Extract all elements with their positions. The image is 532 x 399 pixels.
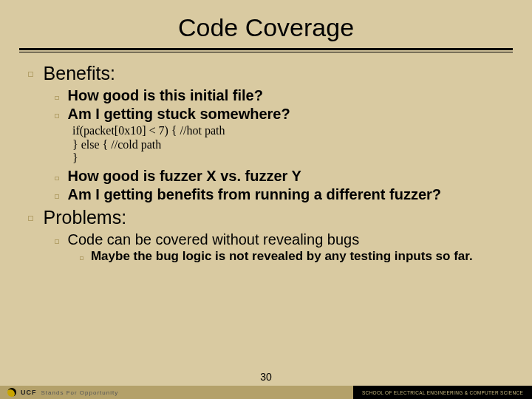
section-heading: Benefits: [44, 63, 115, 84]
code-block: if(packet[0x10] < 7) { //hot path } else… [72, 124, 504, 165]
bullet-text: How good is this initial file? [68, 87, 263, 105]
sub-bullet-item: Maybe the bug logic is not revealed by a… [80, 249, 504, 264]
ucf-seal-icon [7, 388, 16, 397]
bullet-item: Am I getting stuck somewhere? [55, 106, 504, 123]
slide-title: Code Coverage [0, 0, 532, 48]
square-bullet-icon [55, 93, 59, 102]
square-bullet-icon [55, 192, 59, 201]
slide-body: Benefits: How good is this initial file?… [0, 52, 532, 264]
footer-school: SCHOOL OF ELECTRICAL ENGINEERING & COMPU… [353, 386, 532, 399]
square-bullet-icon [28, 69, 33, 79]
code-line: } [72, 151, 504, 165]
bullet-item: Code can be covered without revealing bu… [55, 231, 504, 249]
code-line: if(packet[0x10] < 7) { //hot path [72, 124, 504, 137]
square-bullet-icon [55, 237, 59, 246]
bullet-text: Am I getting stuck somewhere? [68, 106, 290, 123]
bullet-text: How good is fuzzer X vs. fuzzer Y [68, 168, 301, 185]
section-problems: Problems: [28, 207, 504, 228]
bullet-item: Am I getting benefits from running a dif… [55, 186, 504, 204]
bullet-item: How good is this initial file? [55, 87, 504, 105]
ucf-tagline: Stands For Opportunity [41, 389, 119, 396]
section-heading: Problems: [44, 207, 127, 228]
bullet-text: Code can be covered without revealing bu… [68, 231, 360, 249]
ucf-wordmark: UCF [21, 389, 37, 396]
footer-left: UCF Stands For Opportunity [0, 386, 353, 399]
square-bullet-icon [28, 213, 33, 223]
square-bullet-icon [55, 112, 59, 120]
square-bullet-icon [55, 174, 59, 183]
square-bullet-icon [80, 254, 83, 262]
ucf-logo: UCF Stands For Opportunity [7, 388, 118, 397]
bullet-text: Maybe the bug logic is not revealed by a… [91, 249, 473, 264]
bullet-item: How good is fuzzer X vs. fuzzer Y [55, 168, 504, 185]
section-benefits: Benefits: [28, 63, 504, 84]
code-line: } else { //cold path [72, 138, 504, 151]
page-number: 30 [0, 371, 532, 383]
bullet-text: Am I getting benefits from running a dif… [68, 186, 442, 204]
footer-bar: UCF Stands For Opportunity SCHOOL OF ELE… [0, 386, 532, 399]
